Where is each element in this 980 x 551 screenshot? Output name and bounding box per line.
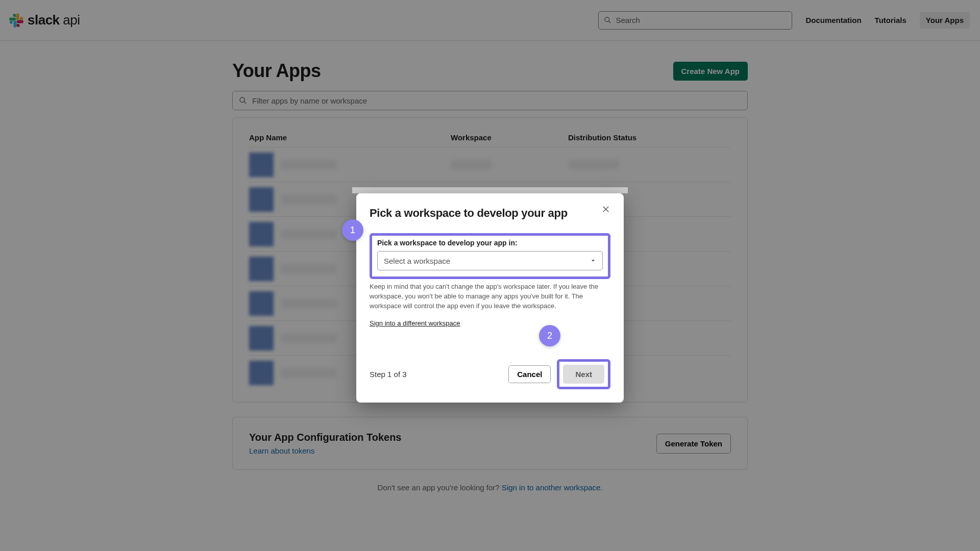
helper-text: Keep in mind that you can't change the a… xyxy=(370,282,610,311)
close-button[interactable] xyxy=(601,205,612,216)
highlighted-select-block: Pick a workspace to develop your app in:… xyxy=(370,233,610,279)
select-placeholder: Select a workspace xyxy=(384,257,450,265)
modal-overlay: Pick a workspace to develop your app Pic… xyxy=(0,0,980,551)
workspace-select[interactable]: Select a workspace xyxy=(377,251,603,270)
workspace-modal: Pick a workspace to develop your app Pic… xyxy=(356,193,624,403)
callout-badge-1: 1 xyxy=(342,219,363,241)
next-button[interactable]: Next xyxy=(563,365,604,384)
modal-footer: Step 1 of 3 Cancel Next xyxy=(370,359,610,389)
step-indicator: Step 1 of 3 xyxy=(370,370,407,379)
modal-backdrop-strip xyxy=(352,187,628,193)
modal-title: Pick a workspace to develop your app xyxy=(370,207,610,220)
callout-badge-2: 2 xyxy=(539,325,560,346)
signin-different-workspace-link[interactable]: Sign into a different workspace xyxy=(370,319,460,327)
close-icon xyxy=(601,205,610,214)
chevron-down-icon xyxy=(590,258,596,264)
highlighted-next-block: Next xyxy=(557,359,610,389)
field-label: Pick a workspace to develop your app in: xyxy=(377,239,603,247)
cancel-button[interactable]: Cancel xyxy=(508,365,551,383)
